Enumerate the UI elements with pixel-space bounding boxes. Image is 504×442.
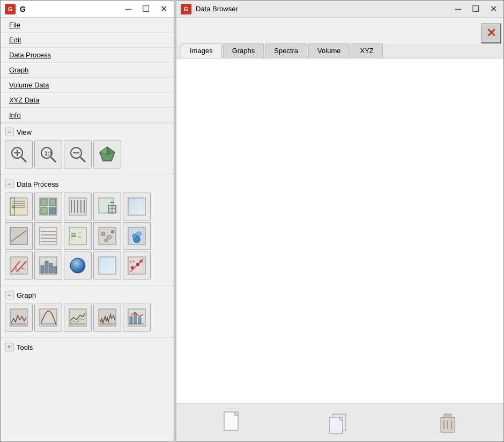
dp-tool-6[interactable] xyxy=(5,222,33,250)
tab-xyz[interactable]: XYZ xyxy=(351,43,382,58)
right-minimize-button[interactable]: ─ xyxy=(453,4,463,14)
menu-graph[interactable]: Graph xyxy=(1,63,174,78)
graph-tool-5[interactable] xyxy=(123,304,151,332)
dp-tool-13-icon xyxy=(68,256,87,275)
graph-label: Graph xyxy=(17,291,36,299)
menu-file[interactable]: File xyxy=(1,18,174,33)
maximize-button[interactable]: ☐ xyxy=(140,4,152,14)
large-close-button[interactable]: ✕ xyxy=(481,23,501,43)
zoom-out-icon xyxy=(68,145,87,164)
dp-tool-12[interactable] xyxy=(34,252,62,279)
menu-volume-data[interactable]: Volume Data xyxy=(1,78,174,93)
dp-tool-5[interactable] xyxy=(123,193,151,220)
menu-info[interactable]: Info xyxy=(1,108,174,123)
dp-tool-8-icon: ≡ ─ ═ xyxy=(68,226,87,246)
dp-tool-9[interactable] xyxy=(93,222,121,250)
dp-tool-13[interactable] xyxy=(64,252,92,279)
zoom-in-tool[interactable] xyxy=(5,141,33,168)
close-button[interactable]: ✕ xyxy=(158,4,169,14)
data-process-section-header[interactable]: − Data Process xyxy=(5,178,169,190)
dp-tool-14[interactable] xyxy=(93,252,121,279)
svg-rect-21 xyxy=(41,199,47,205)
dp-tool-3[interactable] xyxy=(64,193,92,220)
svg-rect-36 xyxy=(128,198,145,215)
tools-toggle[interactable]: + xyxy=(5,343,13,351)
left-title-bar: G G ─ ☐ ✕ xyxy=(1,1,174,18)
graph-tools xyxy=(5,301,169,334)
zoom-out-tool[interactable] xyxy=(64,141,92,168)
right-header-area: ✕ xyxy=(176,18,503,43)
duplicate-button[interactable] xyxy=(325,408,355,438)
svg-rect-80 xyxy=(69,309,86,326)
svg-point-57 xyxy=(136,232,142,236)
tools-section-header[interactable]: + Tools xyxy=(5,341,169,353)
dp-tool-12-icon xyxy=(39,256,58,275)
menu-edit[interactable]: Edit xyxy=(1,33,174,48)
svg-text:1:1: 1:1 xyxy=(45,151,53,157)
right-close-button[interactable]: ✕ xyxy=(488,4,499,14)
dp-tool-10-icon xyxy=(127,226,146,246)
data-browser-window: G Data Browser ─ ☐ ✕ ✕ Images Graphs Spe… xyxy=(176,0,504,442)
svg-line-9 xyxy=(80,157,85,162)
main-window: G G ─ ☐ ✕ File Edit Data Process Graph V… xyxy=(0,0,174,442)
graph-tool-3[interactable] xyxy=(64,304,92,332)
svg-line-3 xyxy=(21,157,26,162)
svg-point-50 xyxy=(101,232,105,236)
perspective-tool[interactable] xyxy=(93,141,121,168)
data-process-toggle[interactable]: − xyxy=(5,180,13,188)
svg-rect-40 xyxy=(40,227,57,245)
view-section-header[interactable]: − View xyxy=(5,126,169,138)
dp-tool-9-icon xyxy=(98,226,117,246)
dp-tool-15[interactable]: x+ xyxy=(123,252,151,279)
dp-tool-5-icon xyxy=(127,197,146,216)
tab-volume[interactable]: Volume xyxy=(308,43,350,58)
graph-tool-4[interactable] xyxy=(93,304,121,332)
view-toggle[interactable]: − xyxy=(5,128,13,136)
dp-tool-1[interactable]: ≡ xyxy=(5,193,33,220)
zoom-one-tool[interactable]: 1:1 xyxy=(34,141,62,168)
dp-tool-7-icon xyxy=(39,226,58,246)
bottom-toolbar xyxy=(176,403,503,441)
dp-tool-3-icon xyxy=(68,197,87,216)
svg-point-51 xyxy=(107,235,112,239)
tab-graphs[interactable]: Graphs xyxy=(223,43,264,58)
tools-section: + Tools xyxy=(1,338,174,356)
svg-point-53 xyxy=(111,230,114,233)
dp-tool-8[interactable]: ≡ ─ ═ xyxy=(64,222,92,250)
graph-toggle[interactable]: − xyxy=(5,291,13,299)
dp-tool-10[interactable] xyxy=(123,222,151,250)
dp-tool-11[interactable]: x + xyxy=(5,252,33,279)
graph-section-header[interactable]: − Graph xyxy=(5,289,169,301)
minimize-button[interactable]: ─ xyxy=(123,4,134,14)
right-maximize-button[interactable]: ☐ xyxy=(470,4,481,14)
svg-rect-69 xyxy=(99,257,116,274)
graph-tool-4-icon xyxy=(98,308,117,327)
graph-tool-1[interactable] xyxy=(5,304,33,332)
menu-data-process[interactable]: Data Process xyxy=(1,48,174,63)
svg-point-74 xyxy=(139,260,143,263)
dp-tool-2[interactable] xyxy=(34,193,62,220)
svg-rect-86 xyxy=(134,313,137,324)
tools-label: Tools xyxy=(17,343,33,351)
new-document-button[interactable] xyxy=(217,408,247,438)
svg-rect-67 xyxy=(54,267,57,273)
duplicate-icon xyxy=(328,410,352,436)
graph-tool-1-icon xyxy=(9,308,28,327)
svg-point-73 xyxy=(136,263,139,266)
right-title-bar: G Data Browser ─ ☐ ✕ xyxy=(176,1,503,18)
svg-text:═: ═ xyxy=(77,234,82,240)
svg-text:+: + xyxy=(21,265,25,272)
tab-spectra[interactable]: Spectra xyxy=(265,43,307,58)
right-app-icon: G xyxy=(181,4,191,14)
dp-tool-4[interactable]: + xyxy=(93,193,121,220)
svg-text:≡: ≡ xyxy=(11,204,15,211)
svg-point-68 xyxy=(70,258,85,273)
tabs-row: Images Graphs Spectra Volume XYZ xyxy=(176,43,503,58)
svg-rect-98 xyxy=(444,414,451,417)
graph-tool-2[interactable] xyxy=(34,304,62,332)
tab-images[interactable]: Images xyxy=(181,43,222,58)
svg-text:x+: x+ xyxy=(129,259,135,264)
menu-xyz-data[interactable]: XYZ Data xyxy=(1,93,174,108)
delete-button[interactable] xyxy=(433,408,463,438)
dp-tool-7[interactable] xyxy=(34,222,62,250)
